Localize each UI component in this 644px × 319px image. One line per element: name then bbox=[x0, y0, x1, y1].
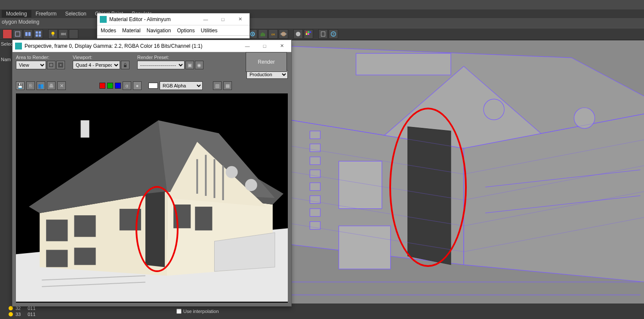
viewport-select[interactable]: Quad 4 - Perspec bbox=[73, 61, 120, 69]
render-button[interactable]: Render bbox=[246, 52, 287, 72]
svg-point-7 bbox=[52, 32, 55, 35]
close-button[interactable]: ✕ bbox=[273, 40, 290, 52]
close-button[interactable]: ✕ bbox=[231, 14, 249, 25]
menu-utilities[interactable]: Utilities bbox=[201, 28, 218, 34]
svg-rect-1 bbox=[25, 32, 28, 36]
render-frame-titlebar[interactable]: Perspective, frame 0, Display Gamma: 2.2… bbox=[12, 40, 291, 52]
name-label: Nam bbox=[0, 56, 12, 63]
lock-icon[interactable] bbox=[121, 61, 129, 69]
svg-rect-63 bbox=[46, 250, 68, 267]
clone-icon[interactable]: 👥 bbox=[37, 81, 45, 90]
maximize-button[interactable]: □ bbox=[214, 14, 231, 25]
svg-rect-19 bbox=[306, 33, 308, 35]
svg-text:?: ? bbox=[333, 32, 335, 37]
delete-icon[interactable]: ✕ bbox=[57, 81, 66, 90]
material-editor-titlebar[interactable]: Material Editor - Aliminyum — □ ✕ bbox=[97, 13, 250, 25]
svg-point-13 bbox=[281, 32, 286, 37]
swatch-bg[interactable] bbox=[148, 83, 158, 89]
svg-point-12 bbox=[252, 33, 253, 35]
area-select[interactable]: View bbox=[16, 61, 46, 69]
sphere-icon[interactable] bbox=[293, 29, 303, 39]
svg-rect-30 bbox=[339, 161, 382, 208]
material-browser-icon[interactable] bbox=[304, 29, 313, 39]
area-btn-1[interactable] bbox=[47, 61, 55, 69]
render-frame-title: Perspective, frame 0, Display Gamma: 2.2… bbox=[25, 43, 239, 49]
print-icon[interactable]: 🖶 bbox=[47, 81, 55, 90]
svg-marker-10 bbox=[65, 33, 66, 36]
toolbar-icon-7[interactable] bbox=[69, 29, 78, 39]
menu-navigation[interactable]: Navigation bbox=[147, 28, 171, 34]
area-btn-2[interactable] bbox=[56, 61, 65, 69]
save-image-icon[interactable]: 💾 bbox=[16, 81, 25, 90]
copy-icon[interactable]: ⎘ bbox=[26, 81, 35, 90]
tab-modeling[interactable]: Modeling bbox=[2, 10, 31, 18]
ribbon-section-label: olygon Modeling bbox=[2, 19, 39, 25]
svg-rect-18 bbox=[310, 31, 311, 33]
camera-icon[interactable] bbox=[59, 29, 68, 39]
svg-rect-5 bbox=[36, 34, 38, 37]
key-indicator-icon bbox=[9, 312, 13, 316]
preset-btn-1[interactable]: ▣ bbox=[185, 61, 194, 69]
key-indicator-icon bbox=[9, 306, 13, 310]
swatch-blue[interactable] bbox=[115, 83, 121, 89]
app-icon bbox=[100, 16, 107, 23]
preset-btn-2[interactable]: ◉ bbox=[195, 61, 203, 69]
render-frame-window[interactable]: Perspective, frame 0, Display Gamma: 2.2… bbox=[12, 40, 292, 307]
help-icon[interactable]: ? bbox=[329, 29, 338, 39]
light-icon[interactable] bbox=[48, 29, 58, 39]
material-editor-window[interactable]: Material Editor - Aliminyum — □ ✕ Modes … bbox=[97, 13, 250, 39]
material-editor-title: Material Editor - Aliminyum bbox=[109, 16, 197, 22]
svg-rect-0 bbox=[15, 32, 20, 37]
clipboard-icon[interactable] bbox=[318, 29, 328, 39]
svg-rect-66 bbox=[195, 207, 212, 230]
menu-material[interactable]: Material bbox=[122, 28, 141, 34]
mono-icon[interactable]: ● bbox=[133, 81, 142, 90]
overlay-icon-2[interactable]: ▦ bbox=[223, 81, 232, 90]
svg-rect-49 bbox=[59, 64, 62, 66]
svg-rect-58 bbox=[80, 120, 89, 137]
svg-rect-38 bbox=[310, 131, 320, 139]
svg-point-72 bbox=[245, 179, 257, 191]
svg-rect-2 bbox=[28, 32, 31, 36]
svg-rect-3 bbox=[36, 31, 38, 34]
key-num-2a: 33 bbox=[15, 312, 21, 317]
swatch-green[interactable] bbox=[107, 83, 113, 89]
overlay-icon-1[interactable]: ▥ bbox=[213, 81, 222, 90]
svg-point-15 bbox=[296, 32, 301, 37]
alpha-icon[interactable]: α bbox=[123, 81, 131, 90]
tab-freeform[interactable]: Freeform bbox=[31, 10, 61, 18]
menu-options[interactable]: Options bbox=[177, 28, 194, 34]
use-interpolation-checkbox[interactable] bbox=[176, 309, 182, 314]
swatch-red[interactable] bbox=[99, 83, 105, 89]
channel-select[interactable]: RGB Alpha bbox=[160, 81, 203, 90]
area-label: Area to Render: bbox=[16, 55, 65, 60]
svg-point-32 bbox=[484, 99, 504, 120]
ox-icon[interactable]: ox bbox=[268, 29, 278, 39]
menu-modes[interactable]: Modes bbox=[101, 28, 116, 34]
use-interpolation-group: Use interpolation bbox=[176, 309, 219, 314]
preset-select[interactable]: --------------------------- bbox=[137, 61, 185, 69]
key-num-2b: 011 bbox=[28, 312, 35, 317]
svg-rect-21 bbox=[321, 32, 325, 37]
render-icons-row: 💾 ⎘ 👥 🖶 ✕ α ● RGB Alpha ▥ ▦ bbox=[12, 80, 291, 92]
toolbar-icon-1[interactable] bbox=[3, 29, 12, 39]
tab-selection[interactable]: Selection bbox=[61, 10, 90, 18]
svg-rect-40 bbox=[310, 157, 320, 164]
toolbar-icon-3[interactable] bbox=[23, 29, 33, 39]
svg-rect-42 bbox=[310, 183, 320, 191]
use-interpolation-label: Use interpolation bbox=[183, 309, 219, 314]
minimize-button[interactable]: — bbox=[239, 40, 256, 52]
maximize-button[interactable]: □ bbox=[256, 40, 273, 52]
svg-rect-9 bbox=[61, 33, 65, 35]
minimize-button[interactable]: — bbox=[197, 14, 214, 25]
viewport-label: Viewport: bbox=[73, 55, 129, 60]
render-canvas[interactable] bbox=[16, 93, 288, 303]
grass-icon[interactable] bbox=[258, 29, 268, 39]
svg-rect-50 bbox=[124, 65, 126, 67]
svg-rect-47 bbox=[49, 63, 53, 67]
planet-icon[interactable] bbox=[279, 29, 288, 39]
svg-rect-6 bbox=[39, 34, 41, 37]
toolbar-icon-2[interactable] bbox=[13, 29, 22, 39]
svg-rect-60 bbox=[46, 220, 68, 241]
toolbar-icon-4[interactable] bbox=[34, 29, 43, 39]
